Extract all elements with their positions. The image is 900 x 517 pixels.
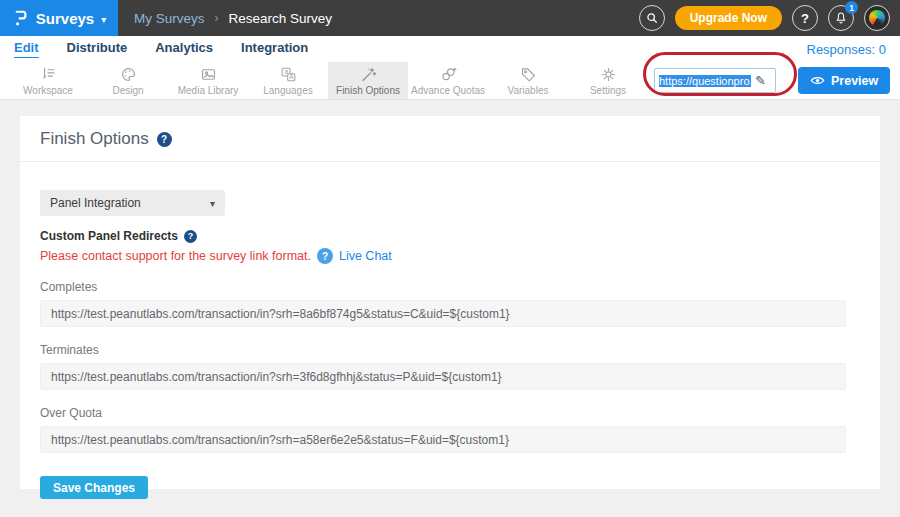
chevron-down-icon: ▾	[101, 14, 106, 25]
toolbar-item-design[interactable]: Design	[88, 62, 168, 99]
breadcrumb: My Surveys › Research Survey	[134, 11, 332, 26]
title-help-icon[interactable]: ?	[157, 132, 172, 147]
toolbar-item-advance-quotas[interactable]: Advance Quotas	[408, 62, 488, 99]
field-label: Completes	[40, 280, 846, 294]
breadcrumb-current-survey: Research Survey	[229, 11, 333, 26]
tag-icon	[519, 65, 538, 84]
survey-url-group: https://questionpro.com/t/A ✎	[654, 62, 776, 99]
field-label: Terminates	[40, 343, 846, 357]
main-nav: Edit Distribute Analytics Integration Re…	[0, 36, 900, 62]
image-icon	[199, 65, 218, 84]
redirect-field-terminates: Terminates https://test.peanutlabs.com/t…	[40, 343, 860, 390]
tab-analytics[interactable]: Analytics	[155, 40, 213, 58]
top-bar: Surveys ▾ My Surveys › Research Survey U…	[0, 0, 900, 36]
brand-label: Surveys	[36, 10, 94, 27]
preview-button[interactable]: Preview	[798, 67, 890, 94]
questionpro-logo-icon	[12, 8, 29, 28]
tab-integration[interactable]: Integration	[241, 40, 308, 58]
svg-text:a: a	[284, 68, 288, 75]
chain-link-icon	[439, 65, 458, 84]
brand-menu[interactable]: Surveys ▾	[0, 0, 118, 36]
search-button[interactable]	[639, 5, 665, 31]
terminates-url-input[interactable]: https://test.peanutlabs.com/transaction/…	[40, 363, 846, 390]
avatar[interactable]	[864, 5, 890, 31]
over-quota-url-input[interactable]: https://test.peanutlabs.com/transaction/…	[40, 426, 846, 453]
responses-count[interactable]: Responses: 0	[807, 42, 887, 57]
finish-options-panel: Finish Options ? Panel Integration ▾ Cus…	[20, 116, 880, 489]
dropdown-selected-value: Panel Integration	[50, 196, 141, 210]
live-chat-link[interactable]: Live Chat	[339, 249, 392, 263]
topbar-actions: Upgrade Now ? 1	[639, 5, 900, 31]
page-title: Finish Options	[40, 129, 149, 149]
survey-url-value: https://questionpro.com/t/A	[659, 75, 751, 87]
help-button[interactable]: ?	[792, 5, 818, 31]
avatar-image	[869, 10, 885, 26]
save-changes-button[interactable]: Save Changes	[40, 476, 148, 499]
translate-icon: a A	[279, 65, 298, 84]
edit-url-pencil-icon[interactable]: ✎	[755, 73, 766, 88]
magic-wand-icon	[359, 65, 378, 84]
breadcrumb-my-surveys[interactable]: My Surveys	[134, 11, 205, 26]
edit-toolbar: Workspace Design Media Library	[0, 62, 900, 100]
live-chat-icon[interactable]: ?	[317, 248, 333, 264]
toolbar-item-workspace[interactable]: Workspace	[8, 62, 88, 99]
tab-edit[interactable]: Edit	[14, 40, 39, 58]
search-icon	[645, 11, 659, 25]
support-warning-text: Please contact support for the survey li…	[40, 249, 311, 263]
chevron-down-icon: ▾	[210, 198, 215, 209]
notifications-button[interactable]: 1	[828, 5, 854, 31]
notification-badge: 1	[845, 1, 858, 14]
question-mark-icon: ?	[801, 11, 809, 26]
field-label: Over Quota	[40, 406, 846, 420]
toolbar-item-media-library[interactable]: Media Library	[168, 62, 248, 99]
custom-panel-redirects-heading: Custom Panel Redirects	[40, 229, 178, 243]
toolbar-item-settings[interactable]: Settings	[568, 62, 648, 99]
survey-url-input[interactable]: https://questionpro.com/t/A ✎	[654, 68, 776, 93]
redirect-field-completes: Completes https://test.peanutlabs.com/tr…	[40, 280, 860, 327]
section-help-icon[interactable]: ?	[184, 230, 197, 243]
finish-option-type-dropdown[interactable]: Panel Integration ▾	[40, 190, 225, 216]
palette-icon	[119, 65, 138, 84]
tab-distribute[interactable]: Distribute	[67, 40, 128, 58]
eye-icon	[810, 75, 825, 86]
breadcrumb-separator: ›	[215, 11, 219, 25]
redirect-field-over-quota: Over Quota https://test.peanutlabs.com/t…	[40, 406, 860, 453]
toolbar-item-finish-options[interactable]: Finish Options	[328, 62, 408, 99]
toolbar-item-languages[interactable]: a A Languages	[248, 62, 328, 99]
upgrade-now-button[interactable]: Upgrade Now	[675, 6, 782, 30]
toolbar-item-variables[interactable]: Variables	[488, 62, 568, 99]
gear-icon	[599, 65, 618, 84]
workspace-icon	[39, 65, 58, 84]
bell-icon	[834, 11, 848, 25]
completes-url-input[interactable]: https://test.peanutlabs.com/transaction/…	[40, 300, 846, 327]
